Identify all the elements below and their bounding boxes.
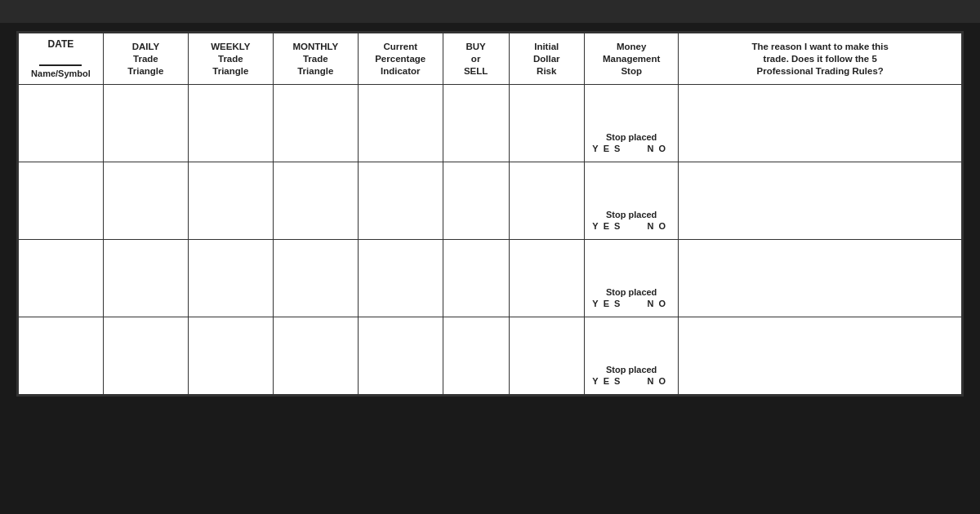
- buy-sell-cell-3[interactable]: [443, 240, 509, 317]
- header-monthly: MONTHLY Trade Triangle: [273, 33, 358, 85]
- stop-placed-label-2: Stop placed: [585, 210, 679, 219]
- weekly-cell-4[interactable]: [188, 317, 273, 395]
- weekly-cell-1[interactable]: [188, 85, 273, 162]
- reason-cell-3[interactable]: [679, 240, 962, 317]
- money-mgmt-cell-2[interactable]: Stop placed YES NO: [584, 162, 679, 240]
- stop-placed-label-4: Stop placed: [585, 365, 679, 374]
- daily-cell-1[interactable]: [103, 85, 188, 162]
- reason-cell-1[interactable]: [679, 85, 962, 162]
- header-dollar-risk: Initial Dollar Risk: [509, 33, 584, 85]
- table-row: Stop placed YES NO: [19, 240, 962, 317]
- current-cell-3[interactable]: [358, 240, 443, 317]
- header-daily: DAILY Trade Triangle: [103, 33, 188, 85]
- stop-yes-no-1: YES NO: [585, 144, 679, 153]
- dollar-risk-cell-1[interactable]: [509, 85, 584, 162]
- monthly-cell-3[interactable]: [273, 240, 358, 317]
- current-cell-1[interactable]: [358, 85, 443, 162]
- money-mgmt-cell-1[interactable]: Stop placed YES NO: [584, 85, 679, 162]
- money-mgmt-cell-3[interactable]: Stop placed YES NO: [584, 240, 679, 317]
- dollar-risk-cell-3[interactable]: [509, 240, 584, 317]
- current-cell-4[interactable]: [358, 317, 443, 395]
- monthly-cell-4[interactable]: [273, 317, 358, 395]
- weekly-cell-2[interactable]: [188, 162, 273, 240]
- stop-yes-no-3: YES NO: [585, 299, 679, 308]
- header-date: DATE Name/Symbol: [19, 33, 104, 85]
- daily-cell-4[interactable]: [103, 317, 188, 395]
- stop-placed-label-3: Stop placed: [585, 287, 679, 297]
- table-row: Stop placed YES NO: [19, 317, 962, 395]
- header-buy-sell: BUY or SELL: [443, 33, 509, 85]
- bottom-bar: [0, 491, 980, 514]
- dollar-risk-cell-4[interactable]: [509, 317, 584, 395]
- current-cell-2[interactable]: [358, 162, 443, 240]
- header-current: Current Percentage Indicator: [358, 33, 443, 85]
- header-money-mgmt: Money Management Stop: [584, 33, 679, 85]
- daily-cell-3[interactable]: [103, 240, 188, 317]
- date-cell-2[interactable]: [19, 162, 104, 240]
- date-cell-4[interactable]: [19, 317, 104, 395]
- buy-sell-cell-4[interactable]: [443, 317, 509, 395]
- dollar-risk-cell-2[interactable]: [509, 162, 584, 240]
- money-mgmt-cell-4[interactable]: Stop placed YES NO: [584, 317, 679, 395]
- reason-cell-2[interactable]: [679, 162, 962, 240]
- stop-placed-label-1: Stop placed: [585, 132, 679, 142]
- buy-sell-cell-1[interactable]: [443, 85, 509, 162]
- weekly-cell-3[interactable]: [188, 240, 273, 317]
- top-bar: [0, 0, 980, 23]
- table-row: Stop placed YES NO: [19, 162, 962, 240]
- monthly-cell-2[interactable]: [273, 162, 358, 240]
- reason-cell-4[interactable]: [679, 317, 962, 395]
- buy-sell-cell-2[interactable]: [443, 162, 509, 240]
- table-row: Stop placed YES NO: [19, 85, 962, 162]
- stop-yes-no-2: YES NO: [585, 221, 679, 231]
- header-weekly: WEEKLY Trade Triangle: [188, 33, 273, 85]
- daily-cell-2[interactable]: [103, 162, 188, 240]
- trade-journal-table: DATE Name/Symbol DAILY Trade Triangle WE…: [16, 31, 964, 397]
- monthly-cell-1[interactable]: [273, 85, 358, 162]
- date-cell-1[interactable]: [19, 85, 104, 162]
- date-cell-3[interactable]: [19, 240, 104, 317]
- header-reason: The reason I want to make this trade. Do…: [679, 33, 962, 85]
- stop-yes-no-4: YES NO: [585, 376, 679, 386]
